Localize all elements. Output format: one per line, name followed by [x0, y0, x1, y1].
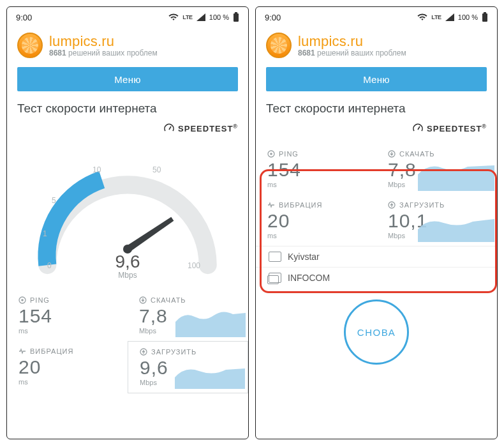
metrics-block: PING 154 ms СКАЧАТЬ 7,8 Mbps ВИБРАЦИЯ 20… — [256, 144, 497, 246]
brand-name[interactable]: lumpics.ru — [298, 33, 406, 50]
gauge-tick: 100 — [188, 261, 200, 270]
speedtest-brand: SPEEDTEST® — [256, 121, 497, 140]
gauge-tick: 50 — [152, 165, 161, 174]
battery-icon — [233, 12, 239, 22]
page-title: Тест скорости интернета — [7, 100, 248, 121]
menu-button[interactable]: Меню — [17, 67, 238, 91]
upload-icon — [140, 348, 147, 356]
metric-ping: PING 154 ms — [7, 290, 128, 341]
brand-logo-icon — [266, 33, 292, 58]
svg-line-11 — [418, 126, 420, 130]
statusbar: 9:00 LTE 100 % — [256, 7, 497, 27]
wifi-icon — [417, 13, 427, 21]
statusbar: 9:00 LTE 100 % — [7, 7, 248, 27]
metric-jitter: ВИБРАЦИЯ 20 ms — [7, 341, 128, 393]
gauge-tick: 5 — [52, 196, 56, 205]
upload-spark-icon — [175, 360, 245, 389]
jitter-icon — [267, 201, 275, 209]
gauge-icon — [164, 123, 174, 133]
battery-text: 100 % — [209, 13, 229, 21]
device-icon — [269, 252, 281, 262]
menu-button[interactable]: Меню — [266, 67, 487, 91]
gauge-icon — [413, 123, 423, 133]
svg-rect-10 — [482, 13, 487, 22]
jitter-icon — [19, 347, 26, 355]
svg-marker-3 — [128, 217, 174, 252]
lte-label: LTE — [182, 14, 192, 20]
metric-jitter: ВИБРАЦИЯ 20 ms — [256, 195, 376, 246]
metric-download: СКАЧАТЬ 7,8 Mbps — [376, 144, 497, 195]
provider-isp[interactable]: Kyivstar — [256, 246, 497, 267]
signal-icon — [445, 13, 454, 21]
brand-name[interactable]: lumpics.ru — [49, 33, 158, 50]
right-screenshot: 9:00 LTE 100 % lumpics.ru 8681 решений в… — [255, 6, 498, 439]
provider-server[interactable]: INFOCOM — [256, 267, 497, 288]
signal-icon — [196, 13, 205, 21]
upload-icon — [388, 201, 396, 209]
brand-logo-icon — [17, 33, 43, 58]
ping-icon — [267, 150, 275, 158]
status-icons: LTE 100 % — [168, 12, 239, 22]
ping-icon — [19, 296, 26, 304]
metric-ping: PING 154 ms — [256, 144, 376, 195]
svg-point-6 — [21, 299, 24, 302]
svg-line-2 — [169, 126, 171, 130]
wifi-icon — [168, 13, 179, 21]
brand-tagline: 8681 решений ваших проблем — [49, 49, 158, 57]
download-spark-icon — [418, 159, 494, 191]
status-icons: LTE 100 % — [417, 12, 488, 22]
upload-spark-icon — [418, 210, 494, 242]
battery-text: 100 % — [458, 13, 478, 21]
left-screenshot: 9:00 LTE 100 % lumpics.ru 8681 решений в… — [6, 6, 249, 439]
brand-header: lumpics.ru 8681 решений ваших проблем — [7, 27, 248, 62]
svg-rect-1 — [233, 13, 239, 22]
gauge-tick: 0 — [47, 261, 52, 270]
status-time: 9:00 — [16, 13, 32, 22]
svg-rect-0 — [235, 12, 237, 13]
metric-upload: ЗАГРУЗИТЬ 10,1 Mbps — [376, 195, 497, 246]
svg-point-13 — [270, 153, 272, 156]
status-time: 9:00 — [265, 13, 281, 22]
gauge-value: 9,6 — [115, 252, 140, 272]
speedtest-brand: SPEEDTEST® — [7, 121, 248, 140]
brand-tagline: 8681 решений ваших проблем — [298, 49, 406, 57]
gauge-tick: 10 — [93, 165, 101, 174]
gauge-tick: 1 — [43, 229, 47, 238]
metrics-block: PING 154 ms СКАЧАТЬ 7,8 Mbps ВИБРАЦИЯ 20… — [7, 290, 248, 393]
lte-label: LTE — [431, 14, 441, 20]
metric-download: СКАЧАТЬ 7,8 Mbps — [128, 290, 248, 341]
svg-rect-9 — [484, 12, 486, 13]
page-title: Тест скорости интернета — [256, 100, 497, 121]
download-spark-icon — [175, 308, 246, 337]
brand-header: lumpics.ru 8681 решений ваших проблем — [256, 27, 497, 62]
battery-icon — [482, 12, 488, 22]
again-button[interactable]: СНОВА — [344, 299, 409, 365]
download-icon — [388, 150, 396, 158]
gauge-unit: Mbps — [115, 271, 140, 280]
speed-gauge: 0 1 5 10 50 100 9,6 Mbps — [12, 140, 243, 290]
metric-upload: ЗАГРУЗИТЬ 9,6 Mbps — [128, 341, 248, 393]
download-icon — [139, 296, 147, 304]
server-icon — [269, 273, 281, 283]
